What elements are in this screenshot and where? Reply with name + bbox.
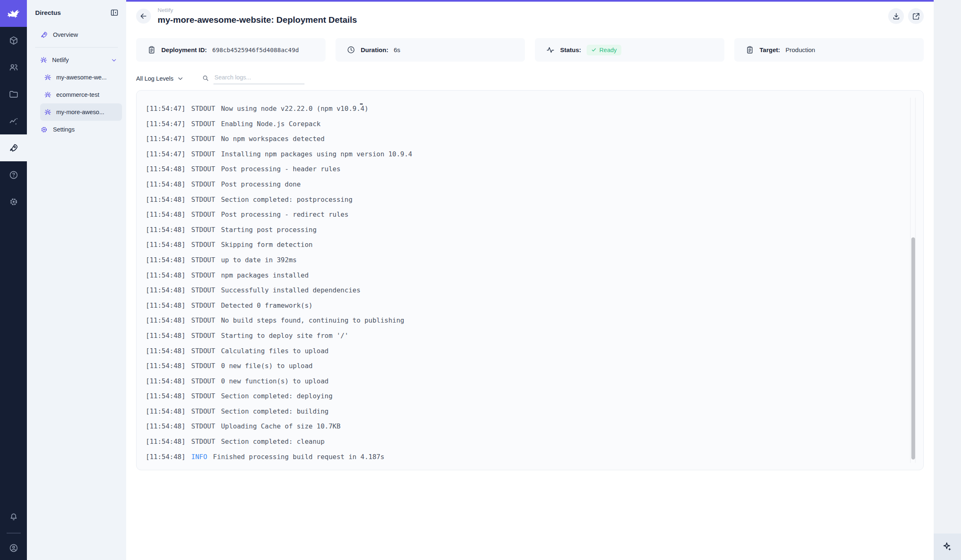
module-tile[interactable] <box>0 188 27 215</box>
download-logs-button[interactable] <box>888 8 904 24</box>
log-level: STDOUT <box>191 392 215 400</box>
log-level: STDOUT <box>191 150 215 158</box>
log-line: [11:54:48]STDOUTPost processing - redire… <box>146 207 899 223</box>
log-timestamp: [11:54:48] <box>146 241 185 249</box>
log-message: Section completed: postprocessing <box>221 196 352 203</box>
log-timestamp: [11:54:48] <box>146 392 185 400</box>
search-icon <box>202 74 209 84</box>
notifications-button[interactable] <box>0 503 27 530</box>
log-timestamp: [11:54:48] <box>146 362 185 370</box>
sidebar-item[interactable]: Overview <box>31 26 122 43</box>
breadcrumb: Netlify <box>158 7 357 14</box>
log-line: [11:54:47]STDOUTNo npm workspaces detect… <box>146 132 899 147</box>
ai-assistant-button[interactable] <box>934 534 961 560</box>
sidebar: Directus Overview Netlify <box>27 0 126 560</box>
sidebar-title: Directus <box>35 9 61 17</box>
sidebar-item-label: ecommerce-test <box>56 91 99 98</box>
status-badge: Ready <box>587 45 621 55</box>
log-level: STDOUT <box>191 105 215 112</box>
log-timestamp: [11:54:47] <box>146 150 185 158</box>
log-timestamp: [11:54:48] <box>146 407 185 415</box>
log-level: STDOUT <box>191 422 215 430</box>
rocket-icon <box>40 31 48 39</box>
arrow-left-icon <box>139 12 148 20</box>
collapse-sidebar-icon[interactable] <box>110 8 119 17</box>
log-message: Post processing - header rules <box>221 165 340 173</box>
log-filters: All Log Levels <box>136 70 304 84</box>
log-level: STDOUT <box>191 362 215 370</box>
log-level: STDOUT <box>191 302 215 309</box>
sidebar-item[interactable]: my-more-aweso... <box>40 103 122 121</box>
log-line: [11:54:48]STDOUT0 new function(s) to upl… <box>146 374 899 389</box>
chevron-down-icon <box>177 75 184 82</box>
module-tile[interactable] <box>0 108 27 134</box>
bell-icon <box>9 512 19 522</box>
log-scrollbar-thumb[interactable] <box>911 237 915 459</box>
clipboard-icon <box>745 45 754 54</box>
rocket-icon <box>9 143 19 153</box>
module-bar <box>0 0 27 560</box>
log-line: [11:54:48]STDOUTSuccessfully installed d… <box>146 283 899 298</box>
log-level: STDOUT <box>191 377 215 385</box>
log-line: [11:54:48]STDOUTUploading Cache of size … <box>146 419 899 434</box>
log-message: Starting post processing <box>221 226 316 234</box>
help-icon <box>9 170 19 180</box>
log-line: [11:54:48]STDOUTSection completed: build… <box>146 404 899 419</box>
sidebar-item[interactable] <box>35 47 118 48</box>
log-line: [11:54:48]STDOUTSection completed: clean… <box>146 434 899 450</box>
sidebar-item[interactable]: ecommerce-test <box>40 86 122 103</box>
log-level: STDOUT <box>191 256 215 264</box>
back-button[interactable] <box>136 9 151 24</box>
directus-logo[interactable] <box>0 0 27 27</box>
log-line: [11:54:48]STDOUTSection completed: deplo… <box>146 389 899 404</box>
log-message: Starting to deploy site from '/' <box>221 332 348 340</box>
log-scrollbar-track[interactable] <box>910 98 915 463</box>
folder-icon <box>9 89 19 99</box>
module-tile[interactable] <box>0 134 27 161</box>
log-message: Detected 0 framework(s) <box>221 302 313 309</box>
log-level: STDOUT <box>191 196 215 203</box>
chevron-down-icon <box>111 57 117 63</box>
log-line: [11:54:48]STDOUTStarting post processing <box>146 223 899 238</box>
open-external-button[interactable] <box>908 8 924 24</box>
activity-icon <box>546 45 555 54</box>
clipped-log-fragment <box>360 103 363 105</box>
search-logs-input[interactable] <box>213 72 304 84</box>
user-circle-icon <box>9 543 19 553</box>
log-message: npm packages installed <box>221 271 309 279</box>
log-line: [11:54:48]STDOUT0 new file(s) to upload <box>146 359 899 374</box>
duration-card: Duration: 6s <box>336 38 525 62</box>
log-timestamp: [11:54:48] <box>146 196 185 203</box>
deployment-id-value: 698cb4525946f5d4088ac49d <box>212 47 299 53</box>
log-message: Section completed: building <box>221 407 328 415</box>
sidebar-item-label: my-awesome-we... <box>56 74 107 81</box>
user-menu-button[interactable] <box>0 536 27 560</box>
sidebar-item[interactable]: Settings <box>31 121 122 138</box>
status-value: Ready <box>599 47 617 53</box>
log-line: [11:54:48]STDOUTup to date in 392ms <box>146 253 899 268</box>
log-line: [11:54:48]STDOUTDetected 0 framework(s) <box>146 298 899 314</box>
sidebar-item-label: my-more-aweso... <box>56 109 104 115</box>
sidebar-item-label: Overview <box>53 31 78 38</box>
module-bar-divider <box>7 533 21 534</box>
log-level: STDOUT <box>191 226 215 234</box>
log-level-dropdown[interactable]: All Log Levels <box>136 75 184 84</box>
module-tile[interactable] <box>0 161 27 188</box>
log-line: [11:54:48]STDOUTnpm packages installed <box>146 268 899 283</box>
module-tile[interactable] <box>0 27 27 54</box>
log-level: STDOUT <box>191 271 215 279</box>
log-message: Skipping form detection <box>221 241 313 249</box>
log-level: STDOUT <box>191 332 215 340</box>
module-tile[interactable] <box>0 54 27 81</box>
module-tile[interactable] <box>0 81 27 108</box>
sidebar-item[interactable]: Netlify <box>31 51 122 69</box>
log-level: STDOUT <box>191 211 215 218</box>
log-timestamp: [11:54:48] <box>146 453 185 461</box>
log-timestamp: [11:54:48] <box>146 165 185 173</box>
netlify-icon <box>44 109 51 116</box>
log-timestamp: [11:54:48] <box>146 422 185 430</box>
sidebar-item[interactable]: my-awesome-we... <box>40 69 122 86</box>
users-icon <box>9 62 19 72</box>
netlify-icon <box>44 91 51 98</box>
sidebar-item-label: Netlify <box>52 57 69 63</box>
